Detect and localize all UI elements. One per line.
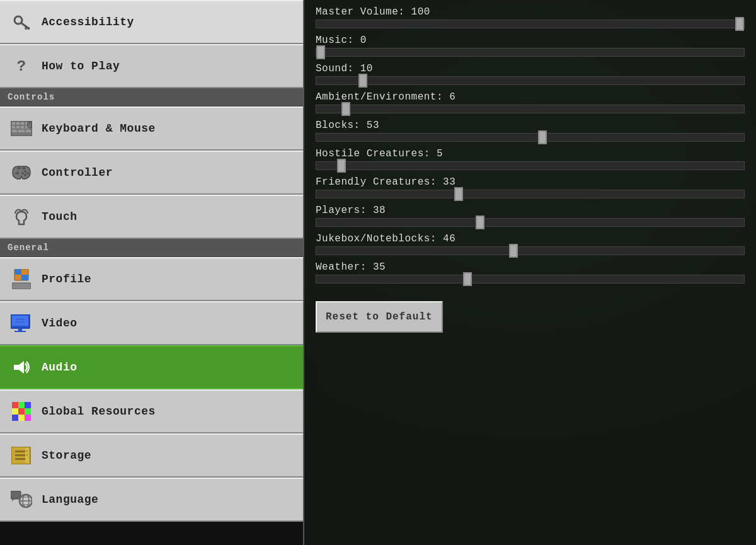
sidebar-item-language[interactable]: Language	[0, 478, 303, 522]
svg-rect-38	[18, 402, 25, 408]
slider-row-master-volume: Master Volume: 100	[316, 6, 745, 28]
svg-rect-34	[18, 328, 22, 331]
sidebar-item-touch[interactable]: Touch	[0, 195, 303, 239]
reset-button-container: Reset to Default	[316, 295, 745, 333]
sidebar-item-controller[interactable]: Controller	[0, 151, 303, 195]
svg-point-25	[22, 167, 26, 169]
slider-input-jukebox-noteblocks[interactable]	[316, 246, 745, 255]
slider-label-weather: Weather: 35	[316, 261, 745, 273]
slider-label-master-volume: Master Volume: 100	[316, 6, 745, 18]
svg-rect-35	[14, 331, 26, 332]
svg-point-23	[26, 172, 29, 175]
slider-label-hostile-creatures: Hostile Creatures: 5	[316, 148, 745, 159]
sidebar-label-video: Video	[42, 317, 77, 330]
slider-label-blocks: Blocks: 53	[316, 120, 745, 131]
sidebar-label-keyboard-mouse: Keyboard & Mouse	[42, 122, 156, 135]
sidebar-label-language: Language	[42, 493, 98, 506]
controls-section-header: Controls	[0, 88, 303, 106]
sidebar: Accessibility ? How to Play Controls	[0, 0, 304, 545]
sidebar-item-profile[interactable]: Profile	[0, 257, 303, 301]
global-resources-icon	[10, 400, 33, 423]
svg-rect-44	[18, 415, 25, 421]
slider-row-blocks: Blocks: 53	[316, 120, 745, 142]
svg-rect-9	[12, 126, 15, 129]
question-icon: ?	[10, 55, 33, 77]
slider-input-friendly-creatures[interactable]	[316, 190, 745, 198]
svg-rect-45	[25, 415, 31, 421]
svg-rect-5	[12, 122, 15, 125]
svg-rect-7	[21, 122, 24, 125]
svg-point-21	[21, 172, 24, 175]
svg-rect-14	[18, 130, 25, 132]
sidebar-item-keyboard-mouse[interactable]: Keyboard & Mouse	[0, 106, 303, 151]
slider-input-ambient-environment[interactable]	[316, 105, 745, 113]
svg-point-20	[24, 170, 26, 173]
slider-input-music[interactable]	[316, 48, 745, 57]
sidebar-item-how-to-play[interactable]: ? How to Play	[0, 44, 303, 88]
slider-input-sound[interactable]	[316, 76, 745, 85]
svg-rect-28	[21, 275, 28, 280]
sidebar-label-profile: Profile	[42, 273, 91, 285]
language-icon	[10, 488, 33, 511]
slider-input-hostile-creatures[interactable]	[316, 161, 745, 170]
svg-rect-40	[12, 408, 18, 415]
general-section-header: General	[0, 239, 303, 257]
sidebar-item-accessibility[interactable]: Accessibility	[0, 0, 303, 44]
sidebar-item-video[interactable]: Video	[0, 301, 303, 345]
sidebar-item-storage[interactable]: Storage	[0, 433, 303, 478]
svg-rect-47	[15, 450, 26, 452]
slider-input-blocks[interactable]	[316, 133, 745, 142]
svg-rect-51	[26, 450, 28, 452]
svg-rect-10	[16, 126, 20, 129]
svg-rect-52	[26, 454, 28, 456]
svg-point-22	[24, 174, 26, 176]
svg-rect-48	[15, 454, 26, 456]
slider-row-ambient-environment: Ambient/Environment: 6	[316, 91, 745, 113]
slider-label-sound: Sound: 10	[316, 63, 745, 74]
svg-rect-13	[12, 130, 17, 132]
svg-rect-29	[12, 283, 31, 289]
slider-label-jukebox-noteblocks: Jukebox/Noteblocks: 46	[316, 233, 745, 244]
sidebar-label-audio: Audio	[42, 361, 77, 374]
slider-input-players[interactable]	[316, 218, 745, 227]
main-audio-panel: Master Volume: 100Music: 0Sound: 10Ambie…	[304, 0, 756, 545]
sidebar-label-global-resources: Global Resources	[42, 405, 156, 418]
svg-rect-49	[15, 458, 26, 460]
slider-row-jukebox-noteblocks: Jukebox/Noteblocks: 46	[316, 233, 745, 255]
slider-label-players: Players: 38	[316, 205, 745, 216]
svg-point-24	[17, 167, 21, 169]
slider-row-players: Players: 38	[316, 205, 745, 227]
slider-input-weather[interactable]	[316, 275, 745, 284]
reset-to-default-button[interactable]: Reset to Default	[316, 301, 443, 333]
svg-marker-36	[14, 361, 24, 374]
svg-rect-11	[21, 126, 24, 129]
touch-icon	[10, 205, 33, 228]
svg-rect-53	[11, 491, 21, 499]
slider-label-ambient-environment: Ambient/Environment: 6	[316, 91, 745, 103]
svg-rect-27	[14, 269, 21, 275]
profile-icon	[10, 268, 33, 290]
sidebar-label-touch: Touch	[42, 210, 77, 223]
svg-rect-31	[12, 316, 28, 326]
svg-rect-37	[12, 402, 18, 408]
sidebar-label-storage: Storage	[42, 449, 91, 462]
keyboard-icon	[10, 117, 33, 140]
video-icon	[10, 312, 33, 335]
slider-row-sound: Sound: 10	[316, 63, 745, 85]
audio-icon	[10, 356, 33, 379]
slider-label-friendly-creatures: Friendly Creatures: 33	[316, 176, 745, 188]
slider-row-music: Music: 0	[316, 35, 745, 57]
sidebar-label-accessibility: Accessibility	[42, 16, 134, 28]
svg-rect-39	[25, 402, 31, 408]
svg-rect-42	[25, 408, 31, 415]
sidebar-item-global-resources[interactable]: Global Resources	[0, 389, 303, 433]
sidebar-item-audio[interactable]: Audio	[0, 345, 303, 389]
slider-input-master-volume[interactable]	[316, 20, 745, 28]
sidebar-label-how-to-play: How to Play	[42, 60, 120, 72]
slider-row-friendly-creatures: Friendly Creatures: 33	[316, 176, 745, 198]
sidebar-label-controller: Controller	[42, 166, 113, 179]
svg-rect-19	[15, 173, 19, 174]
key-icon	[10, 11, 33, 33]
storage-icon	[10, 444, 33, 467]
svg-rect-41	[18, 408, 25, 415]
